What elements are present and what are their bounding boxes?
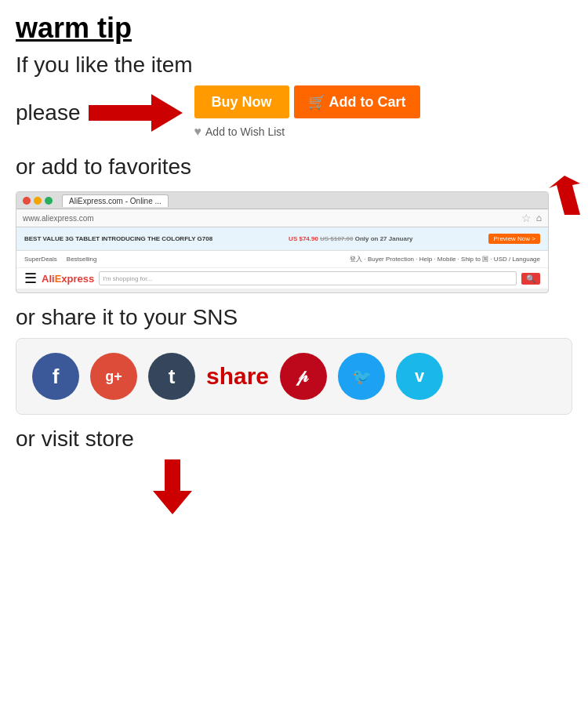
buy-now-button[interactable]: Buy Now — [194, 85, 289, 118]
main-buttons-row: Buy Now 🛒 Add to Cart — [194, 85, 420, 118]
tab-label: AliExpress.com - Online ... — [69, 197, 162, 205]
min-dot — [34, 197, 42, 205]
sns-icons-row: f g+ t share 𝓅 🐦 v — [16, 338, 572, 415]
favorites-section: or add to favorites AliExpress.com - Onl… — [16, 154, 572, 293]
vimeo-icon[interactable]: v — [396, 353, 443, 400]
favorites-arrow — [502, 176, 580, 226]
add-to-wishlist-button[interactable]: ♥ Add to Wish List — [194, 123, 285, 140]
tumblr-icon[interactable]: t — [148, 353, 195, 400]
heart-icon: ♥ — [194, 125, 202, 139]
browser-titlebar: AliExpress.com - Online ... — [16, 192, 548, 209]
browser-tab: AliExpress.com - Online ... — [62, 194, 169, 207]
visit-store-section: or visit store — [16, 427, 572, 517]
svg-marker-1 — [549, 176, 580, 215]
like-item-text: If you like the item — [16, 53, 572, 78]
favorites-area: AliExpress.com - Online ... www.aliexpre… — [16, 187, 572, 293]
please-text: please — [16, 100, 81, 125]
favorites-text: or add to favorites — [16, 154, 572, 180]
share-text[interactable]: share — [206, 363, 269, 390]
search-placeholder: I'm shopping for... — [103, 275, 152, 282]
bestselling-link: Bestselling — [67, 256, 97, 263]
superdeals-link: SuperDeals — [24, 256, 57, 263]
address-url: www.aliexpress.com — [23, 214, 94, 223]
visit-store-text: or visit store — [16, 427, 572, 452]
max-dot — [45, 197, 53, 205]
search-box-mini[interactable]: I'm shopping for... — [99, 271, 517, 285]
buy-now-section: If you like the item please Buy Now 🛒 Ad… — [16, 53, 572, 140]
down-arrow-svg — [149, 459, 196, 514]
pinterest-icon[interactable]: 𝓅 — [280, 353, 327, 400]
banner-price: US $74.90 US $107.00 Only on 27 January — [289, 235, 412, 242]
add-to-cart-label: Add to Cart — [329, 94, 406, 111]
browser-addressbar: www.aliexpress.com ☆ ⌂ — [16, 209, 548, 227]
browser-search-row: ☰ AliExpress I'm shopping for... 🔍 — [16, 268, 548, 289]
nav-right: 登入 · Buyer Protection · Help · Mobile · … — [350, 255, 540, 263]
twitter-icon[interactable]: 🐦 — [338, 353, 385, 400]
add-to-cart-button[interactable]: 🛒 Add to Cart — [294, 85, 420, 118]
google-plus-icon[interactable]: g+ — [90, 353, 137, 400]
close-dot — [23, 197, 31, 205]
wishlist-label: Add to Wish List — [205, 125, 285, 138]
buttons-panel: Buy Now 🛒 Add to Cart ♥ Add to Wish List — [194, 85, 420, 140]
svg-marker-0 — [89, 94, 183, 132]
down-arrow-icon — [149, 459, 572, 517]
cart-icon: 🛒 — [308, 93, 325, 111]
facebook-icon[interactable]: f — [32, 353, 79, 400]
buy-now-area: please Buy Now 🛒 Add to Cart ♥ Add to Wi… — [16, 85, 572, 140]
page-title: warm tip — [16, 12, 572, 45]
aliexpress-logo: AliExpress — [42, 273, 94, 285]
preview-button[interactable]: Preview Now > — [488, 234, 540, 244]
browser-nav: SuperDeals Bestselling 登入 · Buyer Protec… — [16, 251, 548, 268]
banner-text: BEST VALUE 3G TABLET INTRODUCING THE COL… — [24, 235, 212, 242]
search-button[interactable]: 🔍 — [521, 273, 540, 285]
svg-marker-2 — [153, 459, 192, 514]
arrow-to-star-icon — [502, 176, 580, 223]
browser-banner: BEST VALUE 3G TABLET INTRODUCING THE COL… — [16, 227, 548, 251]
browser-screenshot: AliExpress.com - Online ... www.aliexpre… — [16, 191, 549, 293]
hamburger-icon[interactable]: ☰ — [24, 270, 37, 287]
sns-text: or share it to your SNS — [16, 305, 572, 330]
sns-section: or share it to your SNS f g+ t share 𝓅 🐦… — [16, 305, 572, 415]
right-arrow-icon — [89, 94, 183, 132]
